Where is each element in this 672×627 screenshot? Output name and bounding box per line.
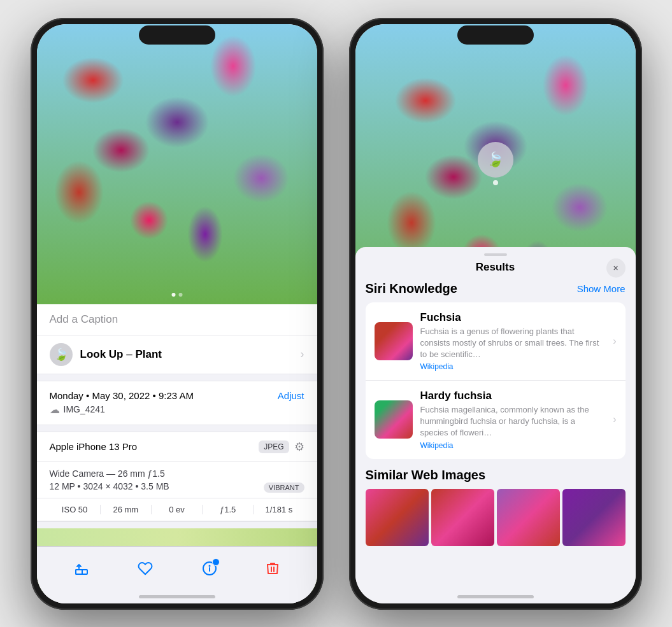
lookup-text-bold: Look Up [80,348,124,360]
fuchsia-description: Fuchsia is a genus of flowering plants t… [420,326,606,361]
results-content[interactable]: Siri Knowledge Show More Fuchsia Fuchsia… [355,281,636,600]
visual-search-button[interactable]: 🍃 [478,142,513,178]
dot-2 [178,293,182,297]
results-panel: Results × Siri Knowledge Show More [355,247,636,603]
lookup-label: Look Up – Plant [80,348,162,361]
cloud-icon: ☁ [50,404,60,416]
exif-ev: 0 ev [152,505,203,514]
similar-image-3[interactable] [497,489,560,546]
similar-image-2[interactable] [431,489,494,546]
similar-image-1[interactable] [366,489,429,546]
phone1-content: Add a Caption 🍃 Look Up – Plant › Monday [37,24,317,603]
hardy-fuchsia-description: Fuchsia magellanica, commonly known as t… [420,404,606,439]
flower-photo[interactable] [37,24,317,304]
meta-section: Monday • May 30, 2022 • 9:23 AM Adjust ☁… [37,381,317,425]
device-badges: JPEG ⚙ [259,440,304,454]
exif-focal: 26 mm [101,505,152,514]
favorite-button[interactable] [138,561,153,576]
vibrant-badge: VIBRANT [264,483,304,493]
similar-images-grid[interactable] [366,489,626,546]
page-dots [171,293,182,297]
hardy-fuchsia-chevron-icon: › [613,414,616,425]
fuchsia-name: Fuchsia [420,311,606,324]
show-more-button[interactable]: Show More [577,283,626,294]
exif-aperture: ƒ1.5 [203,505,254,514]
visual-search-dot [493,180,498,185]
caption-placeholder[interactable]: Add a Caption [50,313,118,325]
similar-title: Similar Web Images [366,468,626,483]
knowledge-item-hardy-fuchsia[interactable]: Hardy fuchsia Fuchsia magellanica, commo… [366,381,626,459]
share-button[interactable] [74,561,89,576]
phone2-content: 🍃 Results × Siri Knowledge [355,24,636,603]
home-indicator-2 [457,595,534,598]
fuchsia-chevron-icon: › [613,335,616,347]
knowledge-item-fuchsia[interactable]: Fuchsia Fuchsia is a genus of flowering … [366,302,626,381]
dot-1 [171,293,175,297]
exif-iso: ISO 50 [50,505,101,514]
format-badge: JPEG [259,440,289,453]
similar-section: Similar Web Images [366,468,626,546]
device-row: Apple iPhone 13 Pro JPEG ⚙ [37,432,317,462]
lookup-subject: Plant [135,348,162,360]
exif-row: ISO 50 26 mm 0 ev ƒ1.5 1/181 s [37,498,317,521]
fuchsia-thumbnail [375,322,413,360]
resolution-value: 12 MP • 3024 × 4032 • 3.5 MB [50,481,169,491]
meta-date: Monday • May 30, 2022 • 9:23 AM [50,390,194,401]
adjust-button[interactable]: Adjust [278,390,304,401]
phone-2: 🍃 Results × Siri Knowledge [349,18,642,610]
device-name: Apple iPhone 13 Pro [50,441,138,452]
drag-handle [484,253,507,256]
siri-knowledge-title: Siri Knowledge [366,281,457,296]
info-button[interactable] [202,561,217,576]
camera-details: Wide Camera — 26 mm ƒ1.5 12 MP • 3024 × … [37,462,317,498]
phone1-screen: Add a Caption 🍃 Look Up – Plant › Monday [37,24,317,603]
visual-lookup-icon: 🍃 [50,343,73,366]
fuchsia-text: Fuchsia Fuchsia is a genus of flowering … [420,311,606,372]
device-section: Apple iPhone 13 Pro JPEG ⚙ Wide Camera —… [37,432,317,522]
caption-area: Add a Caption [37,304,317,335]
hardy-fuchsia-thumbnail [375,400,413,439]
phones-container: Add a Caption 🍃 Look Up – Plant › Monday [31,18,642,610]
filename-text: IMG_4241 [64,404,105,414]
meta-date-row: Monday • May 30, 2022 • 9:23 AM Adjust [50,390,304,401]
phone-1: Add a Caption 🍃 Look Up – Plant › Monday [31,18,324,610]
hardy-fuchsia-source: Wikipedia [420,441,606,450]
camera-type: Wide Camera — 26 mm ƒ1.5 [50,468,304,479]
hardy-fuchsia-text: Hardy fuchsia Fuchsia magellanica, commo… [420,390,606,450]
svg-rect-0 [76,570,82,574]
fuchsia-source: Wikipedia [420,362,606,371]
meta-filename: ☁ IMG_4241 [50,404,304,416]
camera-settings-icon[interactable]: ⚙ [294,440,304,454]
results-close-button[interactable]: × [606,258,626,278]
similar-image-4[interactable] [562,489,626,546]
phone2-screen: 🍃 Results × Siri Knowledge [355,24,636,603]
siri-knowledge-header: Siri Knowledge Show More [366,281,626,296]
hardy-fuchsia-name: Hardy fuchsia [420,390,606,402]
resolution-text: 12 MP • 3024 × 4032 • 3.5 MB VIBRANT [50,481,304,491]
results-header: Results × [355,261,636,281]
lookup-chevron-icon: › [301,348,304,361]
delete-button[interactable] [266,561,280,576]
knowledge-card: Fuchsia Fuchsia is a genus of flowering … [366,302,626,459]
results-title: Results [476,261,515,274]
info-badge [212,558,220,566]
home-indicator [139,595,215,598]
exif-shutter: 1/181 s [254,505,304,514]
lookup-row[interactable]: 🍃 Look Up – Plant › [37,335,317,374]
